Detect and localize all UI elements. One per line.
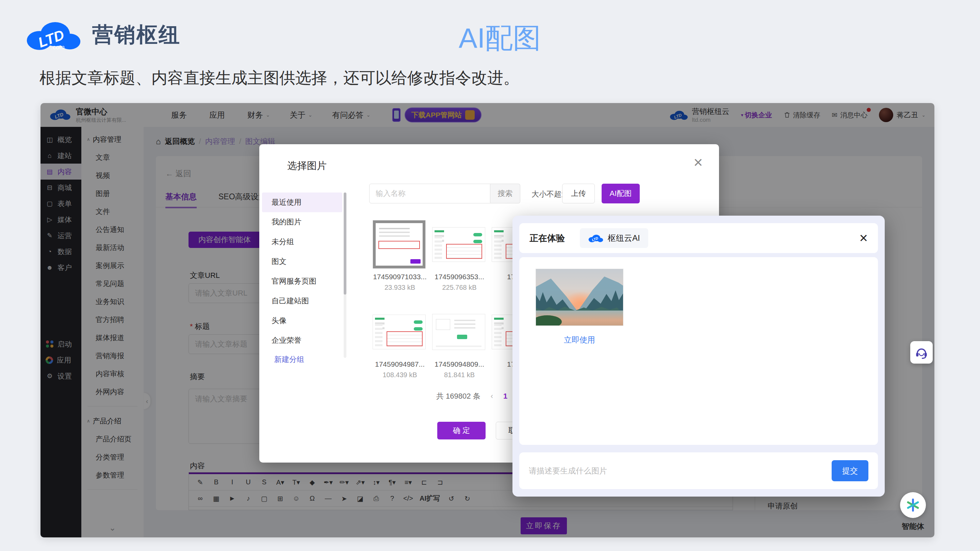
search-button[interactable]: 搜索 bbox=[490, 184, 520, 203]
svg-text:.com: .com bbox=[51, 43, 65, 51]
new-group-button[interactable]: 新建分组 bbox=[262, 351, 342, 368]
pagination: 共 169802 条 ‹ 12 bbox=[436, 391, 521, 401]
image-grid-item[interactable]: 17459094987... 108.439 kB bbox=[372, 308, 427, 395]
image-name: 17459096353... bbox=[432, 273, 487, 281]
image-size: 108.439 kB bbox=[372, 371, 427, 379]
generated-image[interactable] bbox=[536, 269, 624, 326]
submit-button[interactable]: 提交 bbox=[832, 460, 869, 481]
app-screenshot: LTD 官微中心 杭州枢纽云计算有限... 服务 应用 财务 ⌄ 关于 ⌄ bbox=[40, 103, 934, 537]
page-description: 根据文章标题、内容直接生成主图供选择，还可以给修改指令改进。 bbox=[40, 67, 519, 89]
image-size: 23.933 kB bbox=[372, 284, 427, 292]
image-category-item[interactable]: 我的图片 bbox=[262, 212, 342, 232]
ai-brand-pill: LTD 枢纽云AI bbox=[580, 228, 648, 248]
page-title: AI配图 bbox=[459, 20, 541, 57]
prev-page-icon[interactable]: ‹ bbox=[491, 392, 493, 401]
category-scrollbar[interactable] bbox=[344, 192, 347, 358]
image-category-item[interactable]: 头像 bbox=[262, 311, 342, 330]
total-count: 共 169802 条 bbox=[436, 391, 480, 401]
ai-asterisk-icon bbox=[905, 498, 920, 513]
image-category-item[interactable]: 未分组 bbox=[262, 232, 342, 252]
image-thumbnail bbox=[432, 308, 485, 356]
agent-float-label: 智能体 bbox=[899, 521, 927, 532]
ai-brand-label: 枢纽云AI bbox=[608, 233, 640, 243]
image-category-item[interactable]: 图文 bbox=[262, 252, 342, 272]
headset-icon bbox=[914, 345, 929, 359]
image-name: 17459094809... bbox=[432, 360, 487, 368]
image-thumbnail bbox=[372, 308, 426, 356]
agent-float-button[interactable]: 智能体 bbox=[899, 492, 927, 532]
image-category-item[interactable]: 官网服务页图 bbox=[262, 272, 342, 291]
image-category-list: 最近使用我的图片未分组图文官网服务页图自己建站图头像企业荣誉 bbox=[262, 192, 342, 350]
search-input[interactable] bbox=[369, 184, 490, 203]
image-thumbnail bbox=[372, 220, 426, 269]
image-grid-item[interactable]: 17459094809... 81.841 kB bbox=[432, 308, 487, 395]
ai-experience-panel: 正在体验 LTD 枢纽云AI × 立即使用 bbox=[512, 216, 885, 497]
ai-cloud-logo: LTD bbox=[588, 233, 604, 243]
scrollbar-thumb[interactable] bbox=[344, 192, 347, 295]
brand: LTD .com 营销枢纽 bbox=[24, 16, 181, 53]
image-name: 174590971033... bbox=[372, 273, 427, 281]
close-icon[interactable]: × bbox=[694, 154, 703, 170]
customer-service-float-button[interactable] bbox=[910, 341, 933, 364]
confirm-button[interactable]: 确 定 bbox=[437, 422, 485, 440]
image-category-item[interactable]: 自己建站图 bbox=[262, 291, 342, 311]
image-size: 225.768 kB bbox=[432, 284, 487, 292]
ai-image-button[interactable]: AI配图 bbox=[601, 184, 640, 203]
use-now-link[interactable]: 立即使用 bbox=[536, 335, 624, 345]
image-category-item[interactable]: 最近使用 bbox=[262, 192, 342, 212]
modal-title: 选择图片 bbox=[287, 159, 327, 173]
ai-panel-status: 正在体验 bbox=[530, 232, 565, 244]
image-category-item[interactable]: 企业荣誉 bbox=[262, 330, 342, 350]
image-name: 17459094987... bbox=[372, 360, 427, 368]
ai-panel-header: 正在体验 LTD 枢纽云AI × bbox=[519, 223, 878, 253]
ltd-cloud-logo: LTD .com bbox=[24, 16, 83, 53]
page-number[interactable]: 1 bbox=[503, 392, 508, 401]
image-thumbnail bbox=[432, 220, 485, 269]
close-icon[interactable]: × bbox=[859, 231, 868, 245]
ai-prompt-bar: 提交 bbox=[519, 453, 878, 489]
image-grid-item[interactable]: 174590971033... 23.933 kB bbox=[372, 220, 427, 308]
brand-name: 营销枢纽 bbox=[92, 21, 181, 49]
agent-circle[interactable] bbox=[900, 492, 926, 518]
image-size: 81.841 kB bbox=[432, 371, 487, 379]
image-grid-item[interactable]: 17459096353... 225.768 kB bbox=[432, 220, 487, 308]
prompt-input[interactable] bbox=[529, 466, 825, 475]
ai-panel-body: 立即使用 bbox=[519, 257, 878, 445]
upload-button[interactable]: 上传 bbox=[562, 184, 595, 203]
